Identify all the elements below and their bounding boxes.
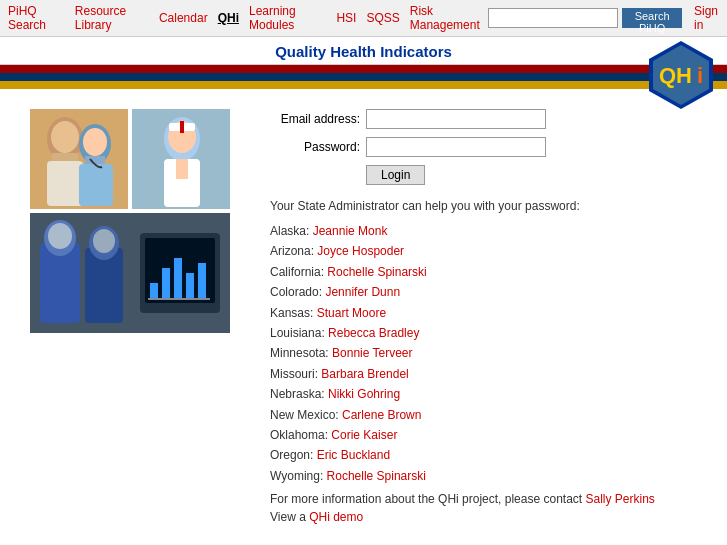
svg-rect-31 <box>174 258 182 298</box>
state-link-alaska[interactable]: Jeannie Monk <box>313 224 388 238</box>
search-input[interactable] <box>488 8 618 28</box>
state-entry-california: California: Rochelle Spinarski <box>270 262 697 282</box>
svg-rect-29 <box>150 283 158 298</box>
color-bar-gold <box>0 81 727 89</box>
state-link-wyoming[interactable]: Rochelle Spinarski <box>327 469 426 483</box>
nav-hsi[interactable]: HSI <box>336 11 356 25</box>
state-label-louisiana: Louisiana: <box>270 326 328 340</box>
image-medical-professional <box>132 109 230 209</box>
state-label-wyoming: Wyoming: <box>270 469 327 483</box>
state-link-california[interactable]: Rochelle Spinarski <box>327 265 426 279</box>
nav-risk-management[interactable]: Risk Management <box>410 4 488 32</box>
state-entry-wyoming: Wyoming: Rochelle Spinarski <box>270 466 697 486</box>
nav-resource-library[interactable]: Resource Library <box>75 4 149 32</box>
svg-point-7 <box>51 121 79 153</box>
nav-links: PiHQ Search Resource Library Calendar QH… <box>8 4 488 32</box>
more-info: For more information about the QHi proje… <box>270 492 697 506</box>
state-link-missouri[interactable]: Barbara Brendel <box>321 367 408 381</box>
state-label-kansas: Kansas: <box>270 306 317 320</box>
image-medical-elderly <box>30 109 128 209</box>
nav-qhi[interactable]: QHi <box>218 11 239 25</box>
state-entry-arizona: Arizona: Joyce Hospoder <box>270 241 697 261</box>
demo-link-row: View a QHi demo <box>270 510 697 524</box>
state-link-oregon[interactable]: Eric Buckland <box>317 448 390 462</box>
nav-learning-modules[interactable]: Learning Modules <box>249 4 326 32</box>
svg-rect-33 <box>198 263 206 298</box>
state-entry-nebraska: Nebraska: Nikki Gohring <box>270 384 697 404</box>
email-row: Email address: <box>270 109 697 129</box>
left-images <box>30 109 230 524</box>
more-info-text: For more information about the QHi proje… <box>270 492 582 506</box>
state-link-arizona[interactable]: Joyce Hospoder <box>317 244 404 258</box>
page-title: Quality Health Indicators <box>0 43 727 60</box>
state-admin-list: Alaska: Jeannie Monk Arizona: Joyce Hosp… <box>270 221 697 486</box>
state-link-minnesota[interactable]: Bonnie Terveer <box>332 346 413 360</box>
svg-point-11 <box>83 128 107 156</box>
top-navigation: PiHQ Search Resource Library Calendar QH… <box>0 0 727 37</box>
help-text: Your State Administrator can help you wi… <box>270 199 697 213</box>
svg-rect-17 <box>176 159 188 179</box>
state-entry-missouri: Missouri: Barbara Brendel <box>270 364 697 384</box>
nav-sqss[interactable]: SQSS <box>366 11 399 25</box>
state-entry-alaska: Alaska: Jeannie Monk <box>270 221 697 241</box>
svg-rect-32 <box>186 273 194 298</box>
contact-link[interactable]: Sally Perkins <box>586 492 655 506</box>
svg-rect-10 <box>79 164 113 206</box>
state-label-new-mexico: New Mexico: <box>270 408 342 422</box>
state-entry-kansas: Kansas: Stuart Moore <box>270 303 697 323</box>
svg-point-23 <box>48 223 72 249</box>
state-entry-colorado: Colorado: Jennifer Dunn <box>270 282 697 302</box>
nav-calendar[interactable]: Calendar <box>159 11 208 25</box>
state-link-colorado[interactable]: Jennifer Dunn <box>325 285 400 299</box>
svg-rect-12 <box>85 156 105 164</box>
search-button[interactable]: Search PiHQ <box>622 8 682 28</box>
state-label-nebraska: Nebraska: <box>270 387 328 401</box>
svg-point-26 <box>93 229 115 253</box>
password-label: Password: <box>270 140 360 154</box>
sign-in-link[interactable]: Sign in <box>694 4 719 32</box>
state-entry-oklahoma: Oklahoma: Corie Kaiser <box>270 425 697 445</box>
color-bar-red <box>0 65 727 73</box>
state-label-oklahoma: Oklahoma: <box>270 428 331 442</box>
state-entry-oregon: Oregon: Eric Buckland <box>270 445 697 465</box>
state-entry-minnesota: Minnesota: Bonnie Terveer <box>270 343 697 363</box>
email-input[interactable] <box>366 109 546 129</box>
state-link-nebraska[interactable]: Nikki Gohring <box>328 387 400 401</box>
state-label-minnesota: Minnesota: <box>270 346 332 360</box>
state-link-oklahoma[interactable]: Corie Kaiser <box>331 428 397 442</box>
login-button[interactable]: Login <box>366 165 425 185</box>
svg-rect-8 <box>52 153 78 161</box>
state-link-new-mexico[interactable]: Carlene Brown <box>342 408 421 422</box>
state-label-alaska: Alaska: <box>270 224 313 238</box>
svg-rect-30 <box>162 268 170 298</box>
svg-text:i: i <box>697 63 703 88</box>
svg-text:QH: QH <box>659 63 692 88</box>
state-link-louisiana[interactable]: Rebecca Bradley <box>328 326 419 340</box>
nav-pihq-search[interactable]: PiHQ Search <box>8 4 65 32</box>
page-title-bar: Quality Health Indicators QH i <box>0 37 727 65</box>
qhi-logo-svg: QH i <box>645 39 717 111</box>
qhi-logo: QH i <box>645 39 717 114</box>
image-top-row <box>30 109 230 209</box>
svg-rect-6 <box>47 161 83 206</box>
svg-rect-19 <box>180 121 184 133</box>
password-row: Password: <box>270 137 697 157</box>
state-entry-new-mexico: New Mexico: Carlene Brown <box>270 405 697 425</box>
state-entry-louisiana: Louisiana: Rebecca Bradley <box>270 323 697 343</box>
email-label: Email address: <box>270 112 360 126</box>
color-bar-blue <box>0 73 727 81</box>
search-area: Search PiHQ Sign in <box>488 4 719 32</box>
state-label-missouri: Missouri: <box>270 367 321 381</box>
login-area: Email address: Password: Login Your Stat… <box>250 109 697 524</box>
state-label-arizona: Arizona: <box>270 244 317 258</box>
main-content: Email address: Password: Login Your Stat… <box>0 89 727 544</box>
image-medical-team <box>30 213 230 333</box>
demo-link[interactable]: QHi demo <box>309 510 363 524</box>
demo-text: View a <box>270 510 306 524</box>
state-label-colorado: Colorado: <box>270 285 325 299</box>
password-input[interactable] <box>366 137 546 157</box>
state-label-california: California: <box>270 265 327 279</box>
state-label-oregon: Oregon: <box>270 448 317 462</box>
state-link-kansas[interactable]: Stuart Moore <box>317 306 386 320</box>
